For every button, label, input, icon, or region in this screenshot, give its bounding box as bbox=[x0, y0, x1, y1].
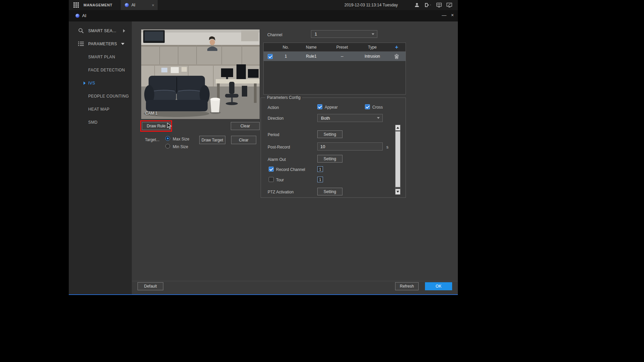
cross-checkbox[interactable] bbox=[365, 104, 370, 109]
group-title: Parameters Config bbox=[265, 95, 302, 100]
target-label: Target... bbox=[145, 137, 159, 142]
rules-table: No. Name Preset Type + 1 Rule1 -- Intrus… bbox=[263, 43, 406, 95]
max-size-radio[interactable] bbox=[165, 136, 170, 141]
tour-checkbox[interactable] bbox=[269, 177, 274, 182]
chevron-down-icon bbox=[121, 43, 124, 45]
channel-value: 1 bbox=[315, 32, 317, 37]
record-channel-selector[interactable]: 1 bbox=[317, 166, 323, 172]
post-record-label: Post-Record bbox=[268, 145, 290, 149]
alarm-out-label: Alarm Out bbox=[268, 157, 286, 162]
tab-ai[interactable]: AI × bbox=[121, 0, 158, 10]
top-bar: MANAGEMENT AI × 2019-12-03 11:13:14 Tues… bbox=[69, 0, 458, 10]
channel-dropdown[interactable]: 1 bbox=[311, 30, 377, 38]
sidebar-item-people-counting[interactable]: PEOPLE COUNTING bbox=[69, 89, 132, 103]
ok-button[interactable]: OK bbox=[425, 282, 452, 290]
chevron-right-icon bbox=[123, 29, 125, 33]
ai-window-icon bbox=[75, 14, 79, 18]
record-channel-checkbox[interactable] bbox=[269, 167, 274, 172]
list-icon bbox=[78, 41, 84, 47]
alarm-out-setting-button[interactable]: Setting bbox=[317, 155, 342, 163]
clear-target-button[interactable]: Clear bbox=[231, 136, 256, 144]
footer-divider bbox=[132, 281, 458, 281]
display-output-icon[interactable] bbox=[446, 2, 452, 8]
sidebar-item-smart-plan[interactable]: SMART PLAN bbox=[69, 50, 132, 63]
min-size-label[interactable]: Min Size bbox=[173, 144, 188, 149]
camera-scene bbox=[141, 29, 260, 119]
minimize-icon[interactable]: — bbox=[442, 12, 446, 18]
min-size-radio[interactable] bbox=[165, 144, 170, 148]
channel-grid-icon[interactable] bbox=[436, 2, 442, 8]
tour-channel-selector[interactable]: 1 bbox=[317, 177, 323, 182]
clear-rule-button[interactable]: Clear bbox=[231, 122, 260, 130]
period-setting-button[interactable]: Setting bbox=[317, 130, 342, 138]
management-label[interactable]: MANAGEMENT bbox=[84, 3, 112, 7]
scrollbar-track[interactable] bbox=[395, 125, 400, 195]
sidebar-item-ivs[interactable]: IVS bbox=[69, 76, 132, 89]
column-no: No. bbox=[276, 45, 295, 50]
scroll-up-icon[interactable] bbox=[395, 125, 400, 130]
ptz-setting-button[interactable]: Setting bbox=[317, 188, 342, 195]
table-row[interactable]: 1 Rule1 -- Intrusion bbox=[264, 52, 406, 61]
rule-name: Rule1 bbox=[295, 54, 327, 59]
management-grid-icon[interactable] bbox=[73, 2, 79, 8]
main-content: CAM 1 Draw Rule Clear Target... Max Size… bbox=[132, 21, 458, 294]
system-datetime: 2019-12-03 11:13:14 Tuesday bbox=[344, 0, 398, 10]
channel-label: Channel bbox=[267, 33, 282, 37]
max-size-label[interactable]: Max Size bbox=[173, 137, 189, 141]
draw-target-button[interactable]: Draw Target bbox=[199, 136, 225, 144]
ai-app-icon bbox=[125, 3, 129, 7]
active-caret-icon bbox=[84, 81, 86, 85]
record-channel-label[interactable]: Record Channel bbox=[276, 167, 305, 172]
period-label: Period bbox=[268, 132, 279, 137]
video-preview[interactable]: CAM 1 bbox=[141, 29, 260, 119]
column-type: Type bbox=[357, 45, 388, 50]
sidebar-item-face-detection[interactable]: FACE DETECTION bbox=[69, 63, 132, 76]
action-label: Action bbox=[268, 105, 279, 110]
cross-label[interactable]: Cross bbox=[372, 105, 383, 110]
tab-close-icon[interactable]: × bbox=[152, 3, 154, 8]
scroll-down-icon[interactable] bbox=[395, 189, 400, 194]
dropdown-caret-icon bbox=[372, 33, 374, 35]
window-title-bar: AI — × bbox=[69, 10, 458, 21]
add-rule-button[interactable]: + bbox=[395, 44, 398, 51]
camera-name-osd: CAM 1 bbox=[145, 111, 158, 116]
appear-label[interactable]: Appear bbox=[325, 105, 338, 110]
rule-no: 1 bbox=[276, 54, 295, 59]
sidebar: SMART SEA... PARAMETERS SMART PLAN FA bbox=[69, 21, 132, 294]
column-preset: Preset bbox=[327, 45, 357, 50]
sidebar-item-parameters[interactable]: PARAMETERS bbox=[69, 37, 132, 50]
tour-label[interactable]: Tour bbox=[276, 178, 284, 182]
ptz-activation-label: PTZ Activation bbox=[268, 190, 293, 194]
appear-checkbox[interactable] bbox=[317, 104, 322, 109]
tab-ai-label: AI bbox=[131, 3, 135, 7]
post-record-unit: s bbox=[386, 145, 388, 149]
sidebar-item-smart-search[interactable]: SMART SEA... bbox=[69, 24, 132, 37]
logout-icon[interactable] bbox=[424, 2, 432, 8]
close-icon[interactable]: × bbox=[451, 12, 454, 18]
sidebar-item-heat-map[interactable]: HEAT MAP bbox=[69, 103, 132, 116]
delete-rule-icon[interactable] bbox=[394, 54, 399, 59]
dropdown-caret-icon bbox=[377, 117, 380, 119]
default-button[interactable]: Default bbox=[138, 282, 163, 290]
user-icon[interactable] bbox=[414, 2, 420, 8]
post-record-input[interactable] bbox=[317, 142, 383, 150]
scrollbar-thumb[interactable] bbox=[395, 131, 400, 187]
search-icon bbox=[78, 27, 84, 34]
rules-table-header: No. Name Preset Type + bbox=[264, 43, 406, 52]
sidebar-item-smd[interactable]: SMD bbox=[69, 116, 132, 129]
mouse-cursor-icon bbox=[167, 123, 172, 129]
refresh-button[interactable]: Refresh bbox=[395, 282, 419, 290]
direction-value: Both bbox=[321, 116, 330, 121]
rule-type: Intrusion bbox=[357, 54, 388, 59]
nvr-app-window: MANAGEMENT AI × 2019-12-03 11:13:14 Tues… bbox=[69, 0, 458, 295]
window-title: AI bbox=[82, 13, 86, 18]
rule-preset: -- bbox=[327, 54, 357, 59]
rule-checkbox[interactable] bbox=[268, 54, 273, 59]
direction-label: Direction bbox=[268, 116, 283, 121]
column-name: Name bbox=[295, 45, 327, 50]
direction-dropdown[interactable]: Both bbox=[317, 114, 383, 122]
parameters-config-group: Parameters Config Action Appear Cross Di… bbox=[261, 98, 406, 198]
